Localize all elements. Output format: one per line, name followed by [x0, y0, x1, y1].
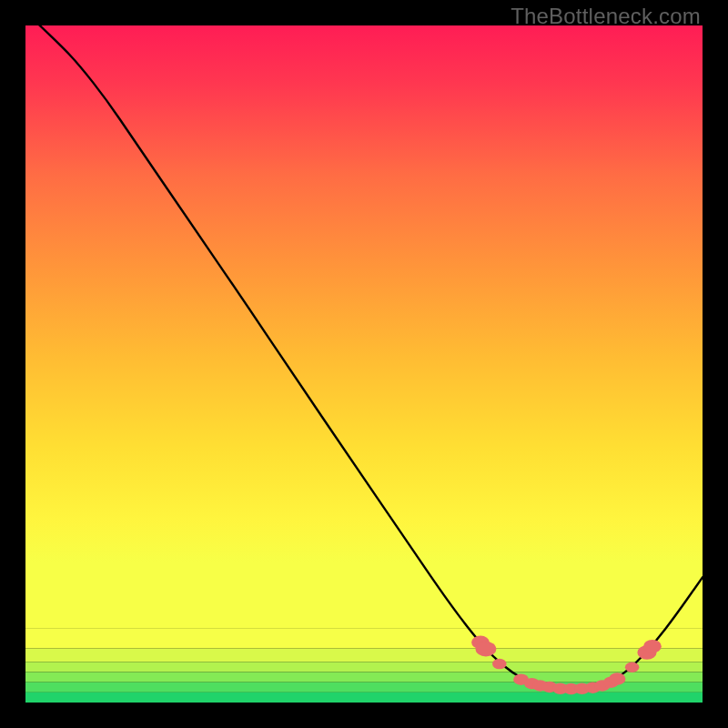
- chart-frame: TheBottleneck.com: [0, 0, 728, 728]
- watermark-text: TheBottleneck.com: [511, 4, 701, 29]
- bottleneck-chart-svg: [25, 25, 703, 703]
- svg-rect-1: [25, 628, 703, 648]
- trough-marker: [492, 659, 507, 669]
- svg-rect-6: [25, 693, 703, 703]
- trough-marker: [476, 642, 497, 657]
- svg-rect-0: [25, 25, 703, 628]
- svg-rect-2: [25, 648, 703, 662]
- trough-marker: [625, 662, 640, 672]
- svg-rect-3: [25, 662, 703, 672]
- plot-area: [25, 25, 703, 703]
- trough-marker: [643, 640, 662, 653]
- trough-marker: [609, 672, 625, 685]
